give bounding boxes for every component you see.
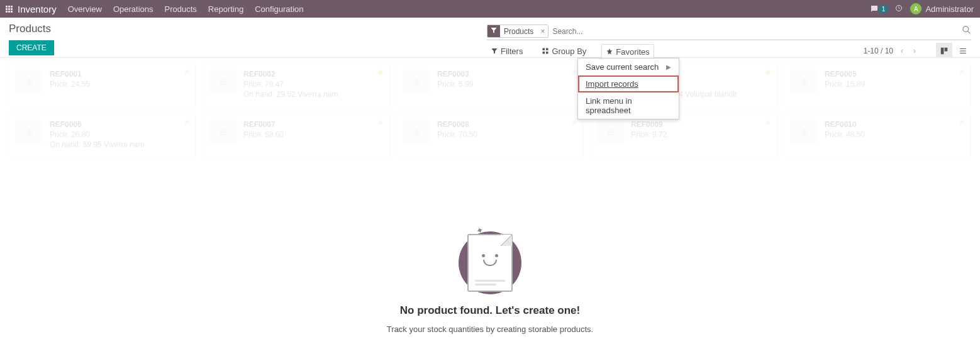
kanban-view-button[interactable] — [936, 43, 952, 59]
svg-rect-2 — [543, 48, 545, 51]
user-menu[interactable]: A Administrator — [910, 3, 974, 14]
dd-save-label: Save current search — [586, 62, 659, 72]
svg-rect-3 — [546, 48, 548, 51]
search-icon[interactable] — [962, 25, 971, 37]
svg-rect-5 — [546, 52, 548, 54]
groupby-button[interactable]: Group By — [538, 44, 590, 58]
nav-products[interactable]: Products — [164, 4, 196, 14]
chat-icon[interactable]: 1 — [871, 5, 888, 13]
apps-icon[interactable] — [0, 6, 18, 13]
pager-text: 1-10 / 10 — [864, 47, 893, 55]
page-title: Products — [9, 23, 54, 35]
filters-button[interactable]: Filters — [487, 44, 526, 58]
create-button[interactable]: CREATE — [9, 40, 54, 55]
dd-import-records[interactable]: Import records — [578, 75, 679, 92]
pager-next-icon[interactable]: › — [911, 44, 918, 58]
favorites-label: Favorites — [616, 47, 649, 57]
empty-subtext: Track your stock quantities by creating … — [387, 325, 593, 334]
favorites-dropdown: Save current search ▶ Import records Lin… — [577, 58, 679, 119]
list-view-button[interactable] — [955, 43, 971, 59]
svg-rect-7 — [945, 48, 948, 52]
favorites-button[interactable]: Favorites — [601, 44, 654, 60]
svg-point-1 — [963, 26, 969, 32]
svg-rect-6 — [941, 48, 944, 55]
dd-import-label: Import records — [586, 79, 638, 89]
chip-label: Products — [500, 26, 537, 37]
pager: 1-10 / 10 ‹ › — [864, 44, 918, 58]
search-chip: Products × — [487, 25, 548, 38]
control-bar: Products CREATE Products × Filters — [0, 18, 980, 58]
filter-icon — [487, 25, 500, 37]
dd-link-spreadsheet[interactable]: Link menu in spreadsheet — [578, 92, 679, 119]
top-nav: Inventory Overview Operations Products R… — [0, 0, 980, 18]
nav-operations[interactable]: Operations — [113, 4, 153, 14]
app-brand[interactable]: Inventory — [18, 4, 57, 14]
nav-reporting[interactable]: Reporting — [208, 4, 243, 14]
nav-configuration[interactable]: Configuration — [255, 4, 303, 14]
chat-count: 1 — [879, 6, 888, 13]
empty-illustration: ✦ — [459, 228, 521, 297]
empty-heading: No product found. Let's create one! — [400, 304, 580, 317]
filters-label: Filters — [501, 47, 523, 56]
svg-rect-4 — [543, 52, 545, 54]
avatar: A — [910, 3, 922, 14]
dd-save-search[interactable]: Save current search ▶ — [578, 58, 679, 75]
groupby-label: Group By — [552, 47, 586, 56]
pager-prev-icon[interactable]: ‹ — [898, 44, 906, 58]
nav-overview[interactable]: Overview — [68, 4, 102, 14]
user-name: Administrator — [925, 4, 974, 14]
search-input[interactable] — [552, 27, 971, 36]
empty-state: ✦ No product found. Let's create one! Tr… — [387, 228, 593, 334]
chip-remove-icon[interactable]: × — [537, 27, 548, 36]
dd-link-label: Link menu in spreadsheet — [586, 96, 671, 115]
overlay: ✦ No product found. Let's create one! Tr… — [0, 58, 980, 344]
activity-icon[interactable] — [895, 4, 903, 14]
chevron-right-icon: ▶ — [666, 64, 671, 70]
search-bar[interactable]: Products × — [487, 23, 971, 40]
